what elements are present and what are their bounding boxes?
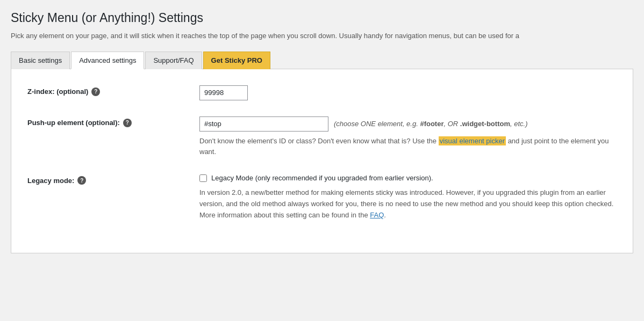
pushup-hint-bold2: .widget-bottom bbox=[460, 120, 510, 128]
legacy-checkbox[interactable] bbox=[199, 174, 207, 182]
zindex-control bbox=[199, 85, 617, 100]
pushup-input[interactable] bbox=[199, 116, 328, 132]
picker-text-before: Don't know the element's ID or class? Do… bbox=[199, 137, 437, 145]
picker-description: Don't know the element's ID or class? Do… bbox=[199, 136, 617, 158]
tab-content-advanced: Z-index: (optional) ? Push-up element (o… bbox=[11, 69, 633, 254]
pushup-hint: (choose ONE element, e.g. #footer, OR .w… bbox=[334, 120, 528, 128]
legacy-label: Legacy mode: ? bbox=[27, 174, 199, 185]
legacy-description-p1: In version 2.0, a new/better method for … bbox=[199, 187, 617, 210]
legacy-desc2-before: More information about this setting can … bbox=[199, 211, 368, 219]
pushup-label: Push-up element (optional): ? bbox=[27, 116, 199, 127]
legacy-desc2-after: . bbox=[384, 211, 386, 219]
tab-support[interactable]: Support/FAQ bbox=[145, 52, 202, 69]
tab-basic[interactable]: Basic settings bbox=[11, 52, 70, 69]
zindex-label-text: Z-index: (optional) bbox=[27, 87, 88, 96]
legacy-control: Legacy Mode (only recommended if you upg… bbox=[199, 174, 617, 221]
legacy-checkbox-row: Legacy Mode (only recommended if you upg… bbox=[199, 174, 617, 182]
zindex-row: Z-index: (optional) ? bbox=[27, 85, 617, 100]
pushup-control: (choose ONE element, e.g. #footer, OR .w… bbox=[199, 116, 617, 158]
legacy-faq-link[interactable]: FAQ bbox=[370, 211, 384, 219]
pushup-help-icon[interactable]: ? bbox=[123, 119, 132, 127]
legacy-row: Legacy mode: ? Legacy Mode (only recomme… bbox=[27, 174, 617, 221]
zindex-input[interactable] bbox=[199, 85, 248, 100]
pushup-hint-bold1: #footer bbox=[420, 120, 443, 128]
pushup-label-text: Push-up element (optional): bbox=[27, 119, 120, 127]
tab-advanced[interactable]: Advanced settings bbox=[71, 52, 144, 69]
legacy-checkbox-label[interactable]: Legacy Mode (only recommended if you upg… bbox=[211, 174, 433, 182]
tab-pro[interactable]: Get Sticky PRO bbox=[203, 52, 270, 69]
tab-bar: Basic settings Advanced settings Support… bbox=[11, 51, 633, 69]
page-title: Sticky Menu (or Anything!) Settings bbox=[11, 11, 633, 25]
zindex-label: Z-index: (optional) ? bbox=[27, 85, 199, 96]
zindex-help-icon[interactable]: ? bbox=[91, 87, 100, 96]
pushup-input-row: (choose ONE element, e.g. #footer, OR .w… bbox=[199, 116, 617, 132]
pushup-row-container: Push-up element (optional): ? (choose ON… bbox=[27, 116, 617, 158]
page-description: Pick any element on your page, and it wi… bbox=[11, 31, 633, 41]
legacy-description: In version 2.0, a new/better method for … bbox=[199, 187, 617, 221]
legacy-description-p2: More information about this setting can … bbox=[199, 210, 617, 221]
legacy-label-text: Legacy mode: bbox=[27, 177, 74, 185]
visual-element-picker-link[interactable]: visual element picker bbox=[439, 136, 506, 145]
legacy-help-icon[interactable]: ? bbox=[77, 176, 86, 185]
